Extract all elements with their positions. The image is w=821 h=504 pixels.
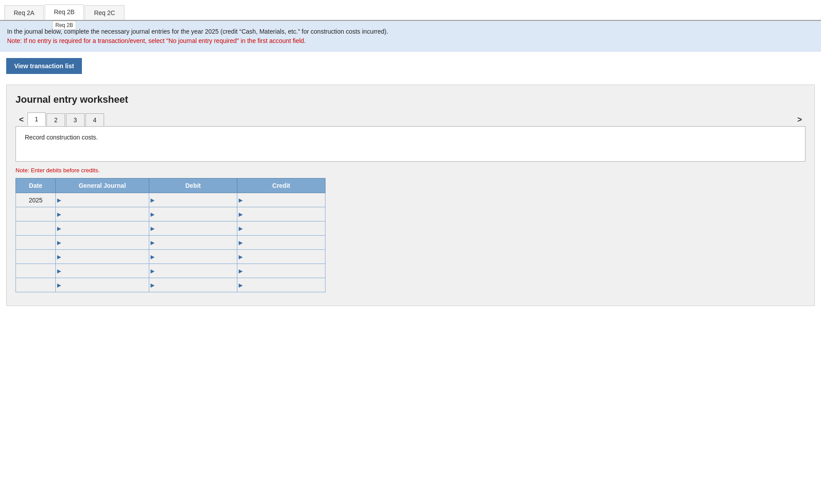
credit-arrow-icon-5: ▶ — [237, 268, 244, 274]
worksheet-title: Journal entry worksheet — [15, 94, 806, 105]
journal-arrow-icon-0: ▶ — [56, 197, 62, 203]
info-box: In the journal below, complete the neces… — [0, 21, 821, 52]
journal-arrow-icon-6: ▶ — [56, 282, 62, 288]
cell-credit-5[interactable]: ▶ — [237, 264, 325, 278]
credit-input-0[interactable] — [244, 193, 325, 207]
entry-tabs-row: < 1 2 3 4 > — [15, 112, 806, 126]
cell-date-3 — [16, 236, 56, 250]
credit-input-2[interactable] — [244, 221, 325, 235]
table-row: ▶▶▶ — [16, 236, 325, 250]
next-entry-button[interactable]: > — [794, 113, 806, 126]
debit-input-2[interactable] — [156, 221, 237, 235]
table-row: ▶▶▶ — [16, 264, 325, 278]
debit-input-1[interactable] — [156, 207, 237, 221]
journal-input-3[interactable] — [62, 236, 149, 249]
credit-input-5[interactable] — [244, 264, 325, 278]
tab-req2c[interactable]: Req 2C — [85, 5, 124, 20]
top-tabs: Req 2A Req 2B Req 2B Req 2C — [0, 4, 821, 21]
debit-arrow-icon-4: ▶ — [149, 254, 156, 260]
cell-date-6 — [16, 278, 56, 292]
debit-input-6[interactable] — [156, 278, 237, 292]
journal-input-2[interactable] — [62, 221, 149, 235]
journal-arrow-icon-2: ▶ — [56, 225, 62, 232]
tab-req2b[interactable]: Req 2B Req 2B — [45, 4, 84, 20]
table-row: 2025▶▶▶ — [16, 193, 325, 207]
entry-tab-3-label: 3 — [74, 116, 77, 124]
credit-arrow-icon-2: ▶ — [237, 225, 244, 232]
debit-input-4[interactable] — [156, 250, 237, 264]
cell-credit-3[interactable]: ▶ — [237, 236, 325, 250]
cell-date-1 — [16, 207, 56, 221]
debit-arrow-icon-1: ▶ — [149, 211, 156, 217]
cell-credit-6[interactable]: ▶ — [237, 278, 325, 292]
journal-arrow-icon-1: ▶ — [56, 211, 62, 217]
credit-input-6[interactable] — [244, 278, 325, 292]
debit-input-5[interactable] — [156, 264, 237, 278]
cell-date-5 — [16, 264, 56, 278]
cell-journal-0[interactable]: ▶ — [56, 193, 149, 207]
debit-input-0[interactable] — [156, 193, 237, 207]
cell-credit-1[interactable]: ▶ — [237, 207, 325, 221]
credit-arrow-icon-3: ▶ — [237, 240, 244, 246]
cell-journal-3[interactable]: ▶ — [56, 236, 149, 250]
prev-entry-button[interactable]: < — [15, 113, 27, 126]
cell-debit-6[interactable]: ▶ — [149, 278, 237, 292]
view-transaction-button[interactable]: View transaction list — [6, 58, 82, 74]
entry-tab-2[interactable]: 2 — [46, 113, 65, 126]
cell-debit-0[interactable]: ▶ — [149, 193, 237, 207]
cell-journal-1[interactable]: ▶ — [56, 207, 149, 221]
debit-arrow-icon-6: ▶ — [149, 282, 156, 288]
entry-tab-4[interactable]: 4 — [85, 113, 104, 126]
tab-req2b-label: Req 2B — [54, 8, 75, 16]
journal-arrow-icon-3: ▶ — [56, 240, 62, 246]
cell-date-0: 2025 — [16, 193, 56, 207]
description-text: Record construction costs. — [25, 134, 98, 141]
cell-journal-5[interactable]: ▶ — [56, 264, 149, 278]
cell-credit-2[interactable]: ▶ — [237, 221, 325, 236]
credit-input-4[interactable] — [244, 250, 325, 264]
tab-req2a-label: Req 2A — [14, 9, 35, 16]
cell-credit-0[interactable]: ▶ — [237, 193, 325, 207]
cell-journal-6[interactable]: ▶ — [56, 278, 149, 292]
journal-input-6[interactable] — [62, 278, 149, 292]
debit-input-3[interactable] — [156, 236, 237, 249]
cell-debit-1[interactable]: ▶ — [149, 207, 237, 221]
worksheet-container: Journal entry worksheet < 1 2 3 4 > Reco… — [6, 85, 815, 306]
table-row: ▶▶▶ — [16, 221, 325, 236]
cell-date-2 — [16, 221, 56, 236]
tab-req2a[interactable]: Req 2A — [4, 5, 44, 20]
journal-input-5[interactable] — [62, 264, 149, 278]
cell-journal-2[interactable]: ▶ — [56, 221, 149, 236]
cell-debit-3[interactable]: ▶ — [149, 236, 237, 250]
debit-arrow-icon-2: ▶ — [149, 225, 156, 232]
th-date: Date — [16, 178, 56, 193]
journal-arrow-icon-4: ▶ — [56, 254, 62, 260]
credit-arrow-icon-6: ▶ — [237, 282, 244, 288]
cell-debit-4[interactable]: ▶ — [149, 250, 237, 264]
cell-journal-4[interactable]: ▶ — [56, 250, 149, 264]
table-row: ▶▶▶ — [16, 207, 325, 221]
entry-tab-1[interactable]: 1 — [27, 112, 46, 126]
credit-input-1[interactable] — [244, 207, 325, 221]
debit-arrow-icon-0: ▶ — [149, 197, 156, 203]
cell-credit-4[interactable]: ▶ — [237, 250, 325, 264]
cell-debit-5[interactable]: ▶ — [149, 264, 237, 278]
th-credit: Credit — [237, 178, 325, 193]
cell-date-4 — [16, 250, 56, 264]
cell-debit-2[interactable]: ▶ — [149, 221, 237, 236]
debits-note: Note: Enter debits before credits. — [15, 167, 806, 174]
entry-tab-3[interactable]: 3 — [66, 113, 85, 126]
table-row: ▶▶▶ — [16, 250, 325, 264]
credit-input-3[interactable] — [244, 236, 325, 249]
journal-input-1[interactable] — [62, 207, 149, 221]
table-row: ▶▶▶ — [16, 278, 325, 292]
info-note-text: Note: If no entry is required for a tran… — [7, 37, 306, 44]
credit-arrow-icon-1: ▶ — [237, 211, 244, 217]
entry-tab-4-label: 4 — [93, 116, 97, 124]
debit-arrow-icon-3: ▶ — [149, 240, 156, 246]
journal-input-4[interactable] — [62, 250, 149, 264]
journal-input-0[interactable] — [62, 193, 149, 207]
journal-arrow-icon-5: ▶ — [56, 268, 62, 274]
credit-arrow-icon-0: ▶ — [237, 197, 244, 203]
credit-arrow-icon-4: ▶ — [237, 254, 244, 260]
